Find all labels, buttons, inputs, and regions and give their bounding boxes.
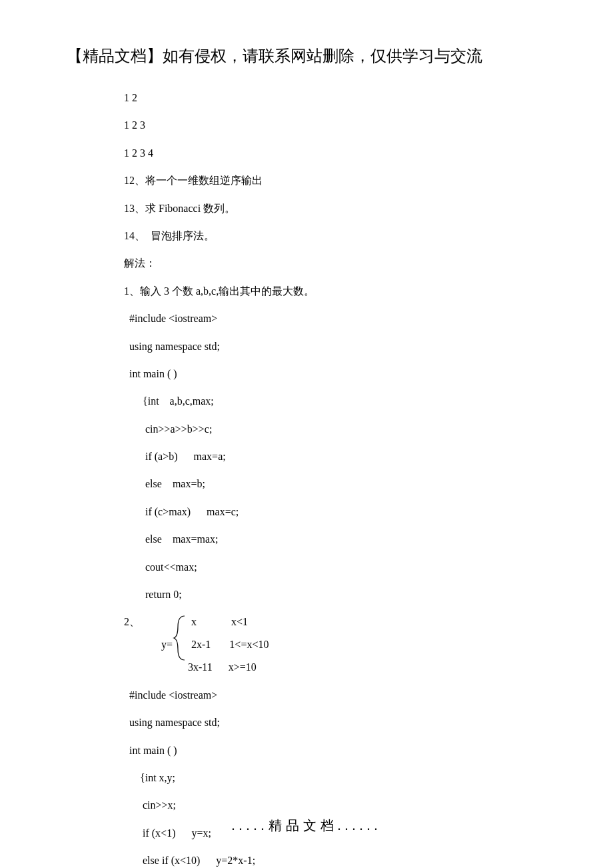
- code-line: if (c>max) max=c;: [124, 505, 546, 519]
- code-line: {int x,y;: [124, 771, 546, 785]
- code-line: #include <iostream>: [124, 688, 546, 703]
- code-line: cin>>a>>b>>c;: [124, 422, 546, 437]
- brace-icon: [173, 615, 187, 661]
- text-line: 14、 冒泡排序法。: [124, 229, 546, 243]
- text-line: 1、输入 3 个数 a,b,c,输出其中的最大数。: [124, 284, 546, 299]
- code-line: int main ( ): [124, 743, 546, 758]
- code-line: else if (x<10) y=2*x-1;: [124, 853, 546, 868]
- problem-number: 2、: [124, 615, 140, 629]
- code-line: {int a,b,c,max;: [124, 394, 546, 409]
- code-line: #include <iostream>: [124, 311, 546, 326]
- text-line: 解法：: [124, 256, 546, 271]
- text-line: 1 2: [124, 91, 546, 105]
- page-footer: .....精品文档......: [0, 817, 613, 835]
- code-line: else max=max;: [124, 532, 546, 547]
- piecewise-block: 2、 y= x x<1 2x-1 1<=x<10 3x-11: [124, 615, 546, 675]
- piecewise-row: 2x-1 1<=x<10: [191, 637, 269, 660]
- text-line: 13、求 Fibonacci 数列。: [124, 201, 546, 216]
- text-line: 1 2 3 4: [124, 146, 546, 161]
- code-line: cout<<max;: [124, 560, 546, 575]
- page-title: 【精品文档】如有侵权，请联系网站删除，仅供学习与交流: [67, 45, 546, 67]
- y-equals: y=: [140, 615, 173, 652]
- text-line: 12、将一个一维数组逆序输出: [124, 173, 546, 188]
- document-body: 1 2 1 2 3 1 2 3 4 12、将一个一维数组逆序输出 13、求 Fi…: [67, 91, 546, 868]
- code-line: int main ( ): [124, 367, 546, 381]
- piecewise-row: 3x-11 x>=10: [124, 660, 546, 675]
- code-line: else max=b;: [124, 477, 546, 491]
- code-line: using namespace std;: [124, 715, 546, 730]
- document-page: 【精品文档】如有侵权，请联系网站删除，仅供学习与交流 1 2 1 2 3 1 2…: [0, 0, 613, 868]
- code-line: using namespace std;: [124, 339, 546, 354]
- piecewise-row: x x<1: [191, 615, 269, 637]
- code-line: return 0;: [124, 587, 546, 602]
- code-line: if (a>b) max=a;: [124, 449, 546, 464]
- left-brace: x x<1 2x-1 1<=x<10: [173, 615, 269, 660]
- text-line: 1 2 3: [124, 118, 546, 133]
- code-line: cin>>x;: [124, 798, 546, 813]
